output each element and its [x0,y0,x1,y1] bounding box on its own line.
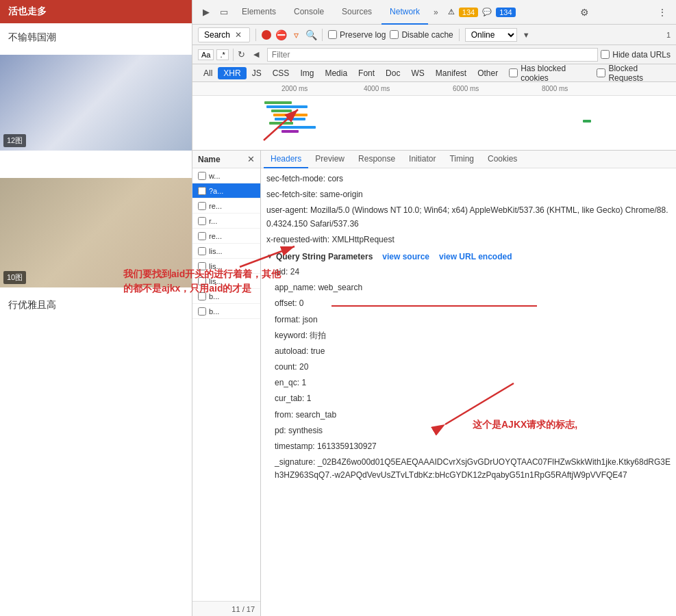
network-throttle-select[interactable]: Online Fast 3G Slow 3G Offline [465,28,517,42]
regex-btn[interactable]: .* [216,49,228,60]
hide-data-urls-label[interactable]: Hide data URLs [601,50,671,60]
more-tabs-btn[interactable]: » [429,0,442,25]
filter-tab-js[interactable]: JS [247,67,267,79]
requests-list: Name ✕ w... ?a... re... r... r [192,151,261,616]
timeline-ruler: 2000 ms 4000 ms 6000 ms 8000 ms [192,82,676,96]
request-item-8[interactable]: b... [192,289,260,304]
ruler-mark-2: 4000 ms [364,85,390,92]
aa-btn[interactable]: Aa [198,49,214,60]
disable-cache-checkbox[interactable] [390,30,399,39]
inspect-element-btn[interactable]: ▶ [198,4,214,21]
detail-tab-headers[interactable]: Headers [264,151,308,168]
settings-btn[interactable]: ⚙ [577,4,593,21]
left-arrow-btn[interactable]: ◀ [248,47,264,63]
svg-rect-3 [273,114,308,116]
has-blocked-checkbox[interactable] [509,68,518,77]
preserve-log-label[interactable]: Preserve log [328,30,386,40]
tab-console[interactable]: Console [286,0,332,25]
query-string-section-title: ▼ Query String Parameters view source vi… [266,252,671,261]
timeline-svg [192,96,676,150]
filter-input[interactable] [267,48,598,62]
tab-elements[interactable]: Elements [234,0,284,25]
param-row-8: cur_tab: 1 [266,391,671,407]
filter-tab-img[interactable]: Img [295,67,319,79]
param-name-10: pd: [275,426,286,435]
request-item-2[interactable]: re... [192,198,260,214]
filter-tab-ws[interactable]: WS [405,67,429,79]
request-checkbox-3[interactable] [198,217,206,225]
view-url-encoded-link[interactable]: view URL encoded [439,252,512,261]
detail-tab-cookies[interactable]: Cookies [481,151,524,168]
timeline-chart [192,96,676,150]
stop-btn[interactable]: ⛔ [275,29,286,40]
request-item-3[interactable]: r... [192,214,260,229]
filter-tab-xhr[interactable]: XHR [218,67,246,79]
param-name-3: format: [275,315,300,324]
tab-sources[interactable]: Sources [334,0,380,25]
separator3 [459,29,460,41]
param-row-11: timestamp: 1613359130927 [266,439,671,454]
detail-tab-initiator[interactable]: Initiator [402,151,442,168]
filter-tab-doc[interactable]: Doc [380,67,405,79]
request-checkbox-2[interactable] [198,202,206,210]
request-name-7: lis... [209,277,223,285]
request-item-6[interactable]: lis... [192,259,260,274]
ruler-mark-4: 8000 ms [542,85,568,92]
request-item-1[interactable]: ?a... [192,183,260,198]
request-item-0[interactable]: w... [192,168,260,183]
ruler-mark-3: 6000 ms [453,85,479,92]
param-name-9: from: [275,410,293,420]
filter-tab-font[interactable]: Font [353,67,380,79]
header-row-2: user-agent: Mozilla/5.0 (Windows NT 10.0… [266,203,671,231]
search-icon-btn[interactable]: 🔍 [305,29,316,40]
svg-rect-1 [266,105,308,108]
devtools-toolbar3: Aa .* ↻ ◀ Hide data URLs [192,45,676,64]
param-row-12: _signature: _02B4Z6wo00d01Q5EAEQAAAIDCvr… [266,454,671,483]
filter-tab-all[interactable]: All [198,67,218,79]
image-placeholder-2: 10图 [0,178,192,287]
devtools-toolbar2: Search ✕ ⛔ ▿ 🔍 Preserve log Disable cach… [192,25,676,45]
request-name-3: r... [209,217,217,225]
query-string-label: Query String Parameters [276,252,373,261]
refresh-btn[interactable]: ↻ [238,49,245,60]
separator2 [322,29,323,41]
request-item-9[interactable]: b... [192,304,260,319]
filter-tab-media[interactable]: Media [319,67,353,79]
close-search-btn[interactable]: ✕ [233,29,244,40]
hide-data-urls-checkbox[interactable] [601,50,610,59]
device-toolbar-btn[interactable]: ▭ [216,4,232,21]
filter-tab-manifest[interactable]: Manifest [430,67,472,79]
detail-tab-timing[interactable]: Timing [442,151,481,168]
request-item-7[interactable]: lis... [192,274,260,289]
request-checkbox-7[interactable] [198,277,206,285]
request-checkbox-0[interactable] [198,172,206,180]
disable-cache-label[interactable]: Disable cache [390,30,453,40]
detail-tab-response[interactable]: Response [351,151,402,168]
request-checkbox-8[interactable] [198,292,206,300]
blocked-requests-checkbox[interactable] [597,68,605,77]
detail-tab-preview[interactable]: Preview [308,151,351,168]
has-blocked-section: Has blocked cookies [509,64,591,83]
close-detail-btn[interactable]: ✕ [247,154,255,164]
svg-rect-5 [269,122,293,125]
request-item-5[interactable]: lis... [192,244,260,259]
filter-btn[interactable]: ▿ [290,29,301,40]
detail-content: sec-fetch-mode: cors sec-fetch-site: sam… [261,168,676,616]
request-name-4: re... [209,232,222,240]
request-checkbox-9[interactable] [198,307,206,316]
more-options-btn[interactable]: ⋮ [654,4,671,21]
search-tab[interactable]: Search ✕ [198,27,250,42]
filter-tab-other[interactable]: Other [472,67,503,79]
request-checkbox-1[interactable] [198,187,206,195]
tab-network[interactable]: Network [381,0,428,25]
request-item-4[interactable]: re... [192,229,260,244]
filter-tab-css[interactable]: CSS [267,67,295,79]
request-checkbox-6[interactable] [198,262,206,270]
request-checkbox-5[interactable] [198,247,206,255]
record-btn[interactable] [262,30,271,40]
request-name-5: lis... [209,247,223,255]
preserve-log-checkbox[interactable] [328,30,337,39]
view-source-link[interactable]: view source [382,252,429,261]
request-checkbox-4[interactable] [198,232,206,240]
param-row-10: pd: synthesis [266,423,671,439]
